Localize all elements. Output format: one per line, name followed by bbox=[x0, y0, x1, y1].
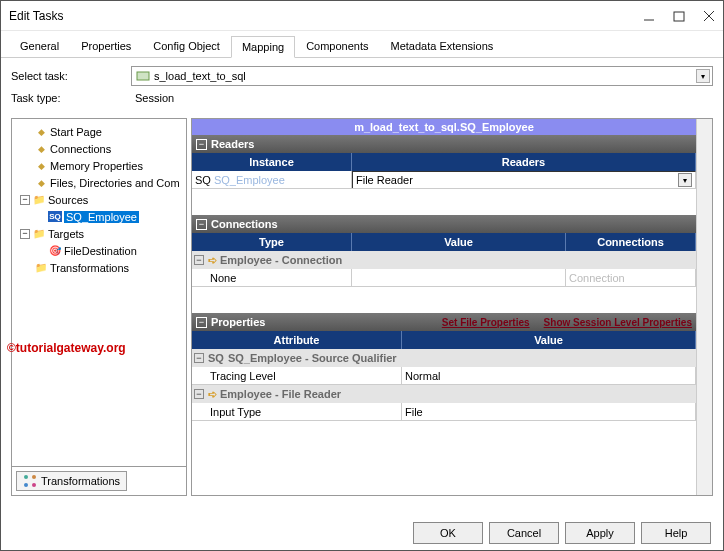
tree-targets[interactable]: −📁Targets bbox=[14, 225, 184, 242]
connections-row[interactable]: None Connection bbox=[192, 269, 696, 287]
target-icon: 🎯 bbox=[48, 244, 62, 258]
diamond-icon: ◆ bbox=[34, 176, 48, 190]
maximize-button[interactable] bbox=[673, 10, 685, 22]
tree-filedestination[interactable]: 🎯FileDestination bbox=[14, 242, 184, 259]
chevron-down-icon: ▾ bbox=[696, 69, 710, 83]
svg-point-7 bbox=[24, 483, 28, 487]
connections-column-headers: Type Value Connections bbox=[192, 233, 696, 251]
collapse-icon[interactable]: − bbox=[196, 139, 207, 150]
properties-section-header: − Properties Set File Properties Show Se… bbox=[192, 313, 696, 331]
collapse-icon[interactable]: − bbox=[196, 219, 207, 230]
titlebar: Edit Tasks bbox=[1, 1, 723, 31]
path-header: m_load_text_to_sql.SQ_Employee bbox=[192, 119, 696, 135]
svg-rect-1 bbox=[674, 12, 684, 21]
diamond-icon: ◆ bbox=[34, 142, 48, 156]
readers-section-header: − Readers bbox=[192, 135, 696, 153]
tree-sq-employee[interactable]: SQSQ_Employee bbox=[14, 208, 184, 225]
tree-memory-properties[interactable]: ◆Memory Properties bbox=[14, 157, 184, 174]
tab-components[interactable]: Components bbox=[295, 35, 379, 57]
properties-group2[interactable]: − ➪ Employee - File Reader bbox=[192, 385, 696, 403]
sq-icon: SQ bbox=[208, 352, 224, 364]
collapse-icon[interactable]: − bbox=[20, 195, 30, 205]
folder-icon: 📁 bbox=[32, 227, 46, 241]
svg-point-5 bbox=[24, 475, 28, 479]
sq-icon: SQ bbox=[195, 174, 211, 186]
close-button[interactable] bbox=[703, 10, 715, 22]
task-type-value: Session bbox=[131, 90, 713, 106]
chevron-down-icon[interactable]: ▾ bbox=[678, 173, 692, 187]
cancel-button[interactable]: Cancel bbox=[489, 522, 559, 544]
task-type-label: Task type: bbox=[11, 92, 131, 104]
arrow-icon: ➪ bbox=[208, 254, 217, 267]
properties-row-tracing[interactable]: Tracing Level Normal bbox=[192, 367, 696, 385]
properties-group1[interactable]: − SQ SQ_Employee - Source Qualifier bbox=[192, 349, 696, 367]
collapse-icon[interactable]: − bbox=[194, 389, 204, 399]
collapse-icon[interactable]: − bbox=[194, 353, 204, 363]
properties-column-headers: Attribute Value bbox=[192, 331, 696, 349]
svg-rect-4 bbox=[137, 72, 149, 80]
apply-button[interactable]: Apply bbox=[565, 522, 635, 544]
ok-button[interactable]: OK bbox=[413, 522, 483, 544]
minimize-button[interactable] bbox=[643, 10, 655, 22]
tab-bar: General Properties Config Object Mapping… bbox=[1, 31, 723, 58]
sq-icon: SQ bbox=[48, 211, 62, 222]
detail-panel: m_load_text_to_sql.SQ_Employee − Readers… bbox=[191, 118, 713, 496]
arrow-icon: ➪ bbox=[208, 388, 217, 401]
transformations-tab-button[interactable]: Transformations bbox=[16, 471, 127, 491]
diamond-icon: ◆ bbox=[34, 159, 48, 173]
tree: ◆Start Page ◆Connections ◆Memory Propert… bbox=[12, 119, 186, 466]
dialog-button-bar: OK Cancel Apply Help bbox=[413, 522, 711, 544]
tree-transformations[interactable]: 📁Transformations bbox=[14, 259, 184, 276]
watermark: ©tutorialgateway.org bbox=[7, 341, 126, 355]
tab-mapping[interactable]: Mapping bbox=[231, 36, 295, 58]
connections-group-header[interactable]: − ➪ Employee - Connection bbox=[192, 251, 696, 269]
show-session-level-properties-link[interactable]: Show Session Level Properties bbox=[544, 317, 692, 328]
properties-row-input-type[interactable]: Input Type File bbox=[192, 403, 696, 421]
help-button[interactable]: Help bbox=[641, 522, 711, 544]
folder-icon: 📁 bbox=[34, 261, 48, 275]
select-task-value: s_load_text_to_sql bbox=[154, 70, 246, 82]
diamond-icon: ◆ bbox=[34, 125, 48, 139]
collapse-icon[interactable]: − bbox=[20, 229, 30, 239]
window-title: Edit Tasks bbox=[9, 9, 643, 23]
select-task-label: Select task: bbox=[11, 70, 131, 82]
set-file-properties-link[interactable]: Set File Properties bbox=[442, 317, 530, 328]
vertical-scrollbar[interactable] bbox=[696, 119, 712, 495]
collapse-icon[interactable]: − bbox=[194, 255, 204, 265]
tree-bottom-bar: Transformations bbox=[12, 466, 186, 495]
tree-connections[interactable]: ◆Connections bbox=[14, 140, 184, 157]
tab-config-object[interactable]: Config Object bbox=[142, 35, 231, 57]
connections-section-header: − Connections bbox=[192, 215, 696, 233]
svg-point-8 bbox=[32, 483, 36, 487]
tree-panel: ◆Start Page ◆Connections ◆Memory Propert… bbox=[11, 118, 187, 496]
select-task-dropdown[interactable]: s_load_text_to_sql ▾ bbox=[131, 66, 713, 86]
readers-column-headers: Instance Readers bbox=[192, 153, 696, 171]
task-icon bbox=[136, 69, 150, 83]
readers-row[interactable]: SQ SQ_Employee File Reader ▾ bbox=[192, 171, 696, 189]
tree-sources[interactable]: −📁Sources bbox=[14, 191, 184, 208]
tab-metadata-extensions[interactable]: Metadata Extensions bbox=[380, 35, 505, 57]
svg-point-6 bbox=[32, 475, 36, 479]
tree-files-dirs[interactable]: ◆Files, Directories and Com bbox=[14, 174, 184, 191]
folder-icon: 📁 bbox=[32, 193, 46, 207]
tab-general[interactable]: General bbox=[9, 35, 70, 57]
transformations-icon bbox=[23, 474, 37, 488]
tree-start-page[interactable]: ◆Start Page bbox=[14, 123, 184, 140]
collapse-icon[interactable]: − bbox=[196, 317, 207, 328]
tab-properties[interactable]: Properties bbox=[70, 35, 142, 57]
